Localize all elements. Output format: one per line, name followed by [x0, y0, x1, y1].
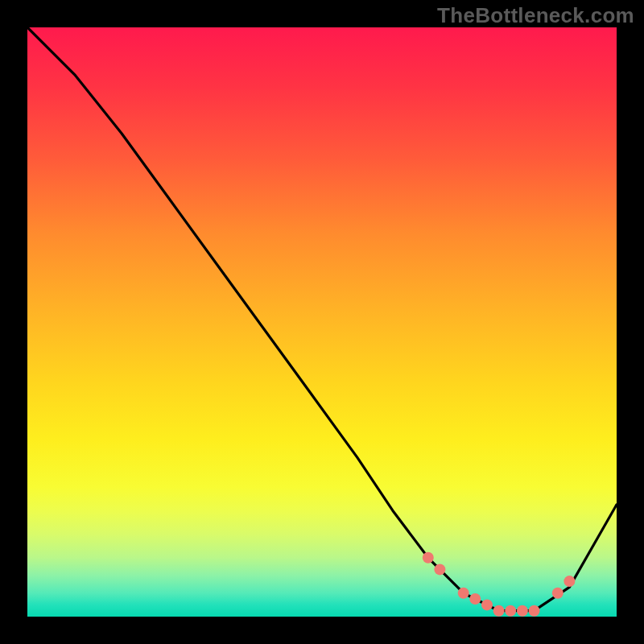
chart-frame: TheBottleneck.com — [0, 0, 644, 644]
curve-marker — [564, 576, 575, 587]
curve-marker — [481, 599, 493, 610]
curve-marker — [529, 605, 540, 617]
curve-marker — [493, 605, 505, 617]
curve-marker — [458, 588, 469, 599]
curve-marker — [505, 605, 516, 617]
chart-svg — [27, 27, 617, 617]
bottleneck-curve — [27, 27, 617, 611]
curve-marker — [434, 564, 445, 575]
curve-marker — [552, 588, 564, 599]
plot-area — [27, 27, 617, 617]
watermark-text: TheBottleneck.com — [437, 3, 634, 28]
curve-marker — [469, 593, 481, 605]
curve-marker — [423, 552, 434, 564]
marker-group — [423, 552, 576, 617]
curve-marker — [517, 605, 528, 617]
